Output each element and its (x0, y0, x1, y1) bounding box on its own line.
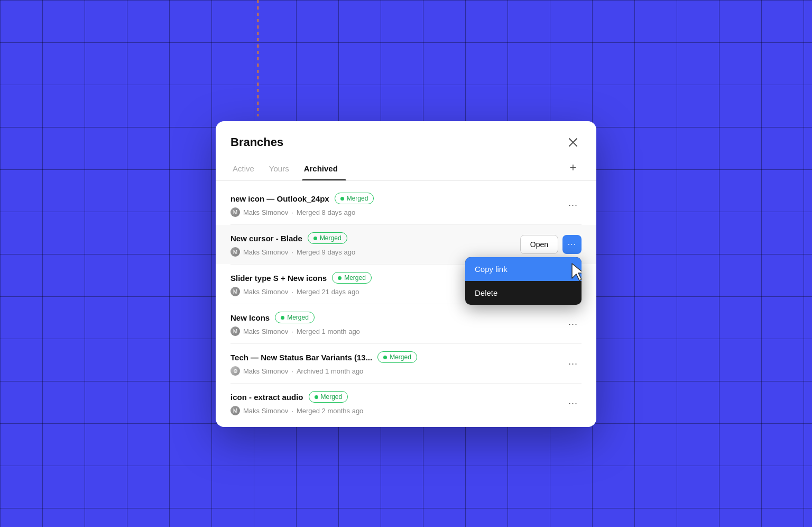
branch-info: icon - extract audio Merged M Maks Simon… (230, 391, 565, 415)
avatar: M (230, 247, 240, 257)
meta-separator: · (291, 328, 293, 335)
badge-label: Merged (287, 314, 309, 321)
add-branch-button[interactable]: + (565, 159, 582, 176)
badge-dot (281, 316, 284, 320)
branch-item[interactable]: new icon — Outlook_24px Merged M Maks Si… (216, 185, 596, 224)
branch-name-row: new icon — Outlook_24px Merged (230, 193, 565, 204)
branch-info: New cursor - Blade Merged M Maks Simonov… (230, 232, 520, 257)
badge-label: Merged (347, 195, 368, 202)
merged-badge: Merged (332, 272, 372, 284)
tab-yours[interactable]: Yours (267, 160, 298, 180)
branch-author: Maks Simonov (243, 328, 288, 335)
branch-author: Maks Simonov (243, 248, 288, 256)
badge-dot (340, 197, 344, 201)
branch-name: Tech — New Status Bar Variants (13... (230, 353, 372, 362)
branch-author: Maks Simonov (243, 407, 288, 415)
badge-dot (383, 356, 387, 359)
avatar: ⚙ (230, 366, 240, 376)
context-menu: Copy link Delete (465, 257, 582, 305)
branch-name-row: New Icons Merged (230, 312, 565, 323)
branch-list: new icon — Outlook_24px Merged M Maks Si… (216, 181, 596, 427)
action-row: Open ··· Copy link Delete (520, 235, 582, 254)
branch-author: Maks Simonov (243, 367, 288, 375)
branch-name: New Icons (230, 313, 270, 322)
avatar: M (230, 326, 240, 336)
branches-modal: Branches Active Yours Archived + new (216, 121, 596, 427)
badge-label: Merged (344, 274, 366, 281)
badge-label: Merged (321, 393, 343, 401)
meta-separator: · (291, 407, 293, 415)
modal-header: Branches (216, 121, 596, 151)
branch-meta: M Maks Simonov · Merged 9 days ago (230, 247, 520, 257)
branch-name: New cursor - Blade (230, 234, 302, 243)
badge-label: Merged (320, 234, 342, 242)
badge-dot (313, 237, 317, 240)
branch-meta: M Maks Simonov · Merged 1 month ago (230, 326, 565, 336)
branch-name: icon - extract audio (230, 393, 303, 402)
branch-item[interactable]: Tech — New Status Bar Variants (13... Me… (216, 344, 596, 383)
more-options-button[interactable]: ··· (565, 395, 582, 412)
branch-item[interactable]: icon - extract audio Merged M Maks Simon… (216, 384, 596, 423)
meta-separator: · (291, 367, 293, 375)
copy-link-item[interactable]: Copy link (465, 257, 582, 281)
branch-meta: M Maks Simonov · Merged 8 days ago (230, 207, 565, 217)
more-options-button[interactable]: ··· (565, 196, 582, 213)
open-button[interactable]: Open (520, 235, 558, 254)
branch-name: Slider type S + New icons (230, 274, 327, 283)
branch-meta: M Maks Simonov · Merged 2 months ago (230, 406, 565, 415)
avatar: M (230, 287, 240, 296)
meta-separator: · (291, 288, 293, 296)
badge-dot (315, 395, 318, 399)
meta-separator: · (291, 208, 293, 216)
merged-badge: Merged (309, 391, 348, 403)
modal-title: Branches (230, 135, 283, 149)
branch-info: Tech — New Status Bar Variants (13... Me… (230, 351, 565, 376)
more-options-button[interactable]: ··· (565, 315, 582, 332)
branch-info: New Icons Merged M Maks Simonov · Merged… (230, 312, 565, 336)
more-options-button-blue[interactable]: ··· (562, 235, 582, 254)
branch-meta-time: Merged 9 days ago (297, 248, 355, 256)
more-options-button[interactable]: ··· (565, 355, 582, 372)
branch-meta-time: Merged 21 days ago (297, 288, 359, 296)
branch-name-row: icon - extract audio Merged (230, 391, 565, 403)
branch-meta-time: Merged 2 months ago (297, 407, 363, 415)
badge-dot (338, 276, 342, 280)
branch-meta-time: Merged 8 days ago (297, 208, 355, 216)
avatar: M (230, 406, 240, 415)
merged-badge: Merged (308, 232, 347, 244)
branch-item[interactable]: New cursor - Blade Merged M Maks Simonov… (216, 225, 596, 264)
merged-badge: Merged (335, 193, 374, 204)
merged-badge: Merged (377, 351, 417, 363)
tab-active[interactable]: Active (230, 160, 263, 180)
delete-item[interactable]: Delete (465, 281, 582, 305)
branch-name-row: New cursor - Blade Merged (230, 232, 520, 244)
badge-label: Merged (390, 353, 411, 361)
close-button[interactable] (565, 134, 582, 151)
merged-badge: Merged (275, 312, 315, 323)
branch-info: new icon — Outlook_24px Merged M Maks Si… (230, 193, 565, 217)
branch-name: new icon — Outlook_24px (230, 194, 329, 203)
tab-archived[interactable]: Archived (302, 160, 346, 180)
avatar: M (230, 207, 240, 217)
branch-name-row: Tech — New Status Bar Variants (13... Me… (230, 351, 565, 363)
modal-overlay: Branches Active Yours Archived + new (0, 0, 812, 527)
meta-separator: · (291, 248, 293, 256)
tabs-row: Active Yours Archived + (216, 151, 596, 181)
branch-meta: ⚙ Maks Simonov · Archived 1 month ago (230, 366, 565, 376)
branch-meta-time: Merged 1 month ago (297, 328, 360, 335)
branch-author: Maks Simonov (243, 288, 288, 296)
branch-meta-time: Archived 1 month ago (297, 367, 363, 375)
branch-item[interactable]: New Icons Merged M Maks Simonov · Merged… (216, 304, 596, 343)
branch-author: Maks Simonov (243, 208, 288, 216)
